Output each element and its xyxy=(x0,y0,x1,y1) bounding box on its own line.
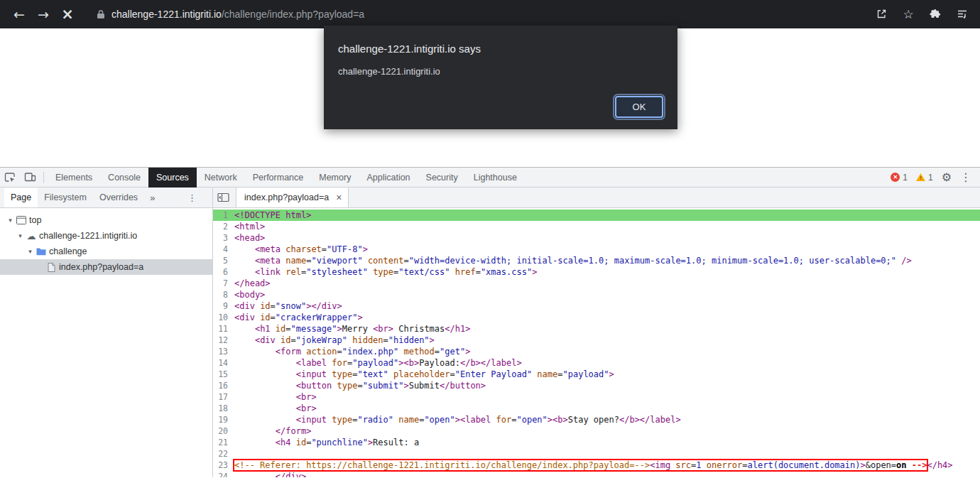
tree-item-index-php-payload-a[interactable]: index.php?payload=a xyxy=(0,259,212,275)
line-number[interactable]: 11 xyxy=(213,323,234,335)
code-text: <meta charset="UTF-8"> xyxy=(234,244,368,255)
line-number[interactable]: 5 xyxy=(213,255,234,266)
folder-icon xyxy=(35,247,48,256)
page-content: challenge-1221.intigriti.io says challen… xyxy=(0,28,980,167)
share-button[interactable] xyxy=(871,4,892,25)
code-text: <br> xyxy=(234,391,317,403)
code-text: <div id="snow"></div> xyxy=(234,300,342,312)
line-number[interactable]: 9 xyxy=(213,300,234,312)
file-navigator: ▾top▾☁challenge-1221.intigriti.io▾challe… xyxy=(0,208,213,477)
devtools-tab-security[interactable]: Security xyxy=(418,168,466,188)
code-text: <div id="jokeWrap" hidden="hidden"> xyxy=(234,335,435,346)
line-number[interactable]: 16 xyxy=(213,380,234,391)
code-line: 4 <meta charset="UTF-8"> xyxy=(213,244,980,255)
more-tabs-icon[interactable]: » xyxy=(144,192,160,203)
error-icon: ✕ xyxy=(891,173,900,182)
ok-button[interactable]: OK xyxy=(615,96,663,118)
line-number[interactable]: 6 xyxy=(213,266,234,278)
expander-caret-icon[interactable]: ▾ xyxy=(26,248,35,255)
line-number[interactable]: 14 xyxy=(213,357,234,369)
code-line: 16 <button type="submit">Submit</button> xyxy=(213,380,980,391)
devtools-tab-elements[interactable]: Elements xyxy=(48,168,100,188)
navigator-subtab-page[interactable]: Page xyxy=(4,188,38,207)
line-number[interactable]: 20 xyxy=(213,425,234,437)
line-number[interactable]: 2 xyxy=(213,221,234,232)
line-number[interactable]: 21 xyxy=(213,437,234,448)
navigator-subtabs: PageFilesystemOverrides xyxy=(4,188,144,207)
lock-icon xyxy=(97,9,105,19)
line-number[interactable]: 3 xyxy=(213,232,234,244)
settings-gear-icon[interactable]: ⚙ xyxy=(942,170,952,184)
line-number[interactable]: 1 xyxy=(213,210,234,221)
inspect-element-icon[interactable] xyxy=(0,168,20,187)
code-line: 21 <h4 id="punchline">Result: a xyxy=(213,437,980,448)
code-text: <div id="crackerWrapper"> xyxy=(234,312,363,323)
forward-button[interactable]: → xyxy=(31,2,55,26)
expander-caret-icon[interactable]: ▾ xyxy=(6,217,15,224)
extensions-puzzle-button[interactable] xyxy=(925,4,946,25)
code-line: 6 <link rel="stylesheet" type="text/css"… xyxy=(213,266,980,278)
code-line: 5 <meta name="viewport" content="width=d… xyxy=(213,255,980,266)
tree-item-label: index.php?payload=a xyxy=(59,262,143,272)
tree-item-challenge-1221-intigriti-io[interactable]: ▾☁challenge-1221.intigriti.io xyxy=(0,228,212,244)
source-editor[interactable]: 1<!DOCTYPE html>2<html>3<head>4 <meta ch… xyxy=(213,208,980,477)
code-line: 18 <br> xyxy=(213,403,980,414)
navigator-header: PageFilesystemOverrides » ⋮ xyxy=(0,188,213,207)
reading-list-button[interactable] xyxy=(952,4,973,25)
navigator-subtab-overrides[interactable]: Overrides xyxy=(93,188,144,207)
back-button[interactable]: ← xyxy=(7,2,31,26)
code-text: <label for="payload"><b>Payload:</b></la… xyxy=(234,357,522,369)
line-number[interactable]: 23 xyxy=(213,460,234,471)
code-text: <form action="index.php" method="get"> xyxy=(234,346,470,357)
line-number[interactable]: 8 xyxy=(213,289,234,300)
alert-dialog: challenge-1221.intigriti.io says challen… xyxy=(324,26,677,129)
line-number[interactable]: 24 xyxy=(213,471,234,477)
error-count: 1 xyxy=(903,173,908,183)
line-number[interactable]: 4 xyxy=(213,244,234,255)
devtools-tab-sources[interactable]: Sources xyxy=(148,168,197,188)
stop-loading-button[interactable]: × xyxy=(55,2,80,26)
bookmark-star-button[interactable]: ☆ xyxy=(898,4,919,25)
code-text: <link rel="stylesheet" type="text/css" h… xyxy=(234,266,537,278)
error-badge[interactable]: ✕ 1 xyxy=(891,173,908,183)
line-number[interactable]: 7 xyxy=(213,278,234,289)
file-tab-label: index.php?payload=a xyxy=(244,192,329,202)
code-line: 15 <input type="text" placeholder="Enter… xyxy=(213,369,980,380)
tree-item-challenge[interactable]: ▾challenge xyxy=(0,244,212,259)
address-bar[interactable]: challenge-1221.intigriti.io/challenge/in… xyxy=(89,4,861,24)
browser-toolbar: ← → × challenge-1221.intigriti.io/challe… xyxy=(0,0,980,28)
code-line: 14 <label for="payload"><b>Payload:</b><… xyxy=(213,357,980,369)
devtools-tab-memory[interactable]: Memory xyxy=(311,168,359,188)
line-number[interactable]: 18 xyxy=(213,403,234,414)
devtools-tab-console[interactable]: Console xyxy=(100,168,148,188)
line-number[interactable]: 12 xyxy=(213,335,234,346)
code-line: 2<html> xyxy=(213,221,980,232)
line-number[interactable]: 19 xyxy=(213,414,234,425)
navigator-subtab-filesystem[interactable]: Filesystem xyxy=(38,188,93,207)
line-number[interactable]: 17 xyxy=(213,391,234,403)
devtools-tab-application[interactable]: Application xyxy=(359,168,418,188)
devtools-tab-network[interactable]: Network xyxy=(197,168,245,188)
devtools-tab-performance[interactable]: Performance xyxy=(245,168,312,188)
expander-caret-icon[interactable]: ▾ xyxy=(16,232,25,239)
frame-icon xyxy=(15,216,28,224)
tree-item-label: challenge xyxy=(49,246,87,256)
line-number[interactable]: 15 xyxy=(213,369,234,380)
editor-file-tab[interactable]: index.php?payload=a × xyxy=(236,188,349,207)
url-host: challenge-1221.intigriti.io xyxy=(111,9,222,20)
close-tab-icon[interactable]: × xyxy=(336,192,342,203)
devtools-tab-lighthouse[interactable]: Lighthouse xyxy=(466,168,525,188)
line-number[interactable]: 10 xyxy=(213,312,234,323)
tree-item-top[interactable]: ▾top xyxy=(0,212,212,228)
devtools-second-row: PageFilesystemOverrides » ⋮ index.php?pa… xyxy=(0,188,980,208)
toggle-navigator-icon[interactable] xyxy=(213,188,233,207)
navigator-menu-kebab-icon[interactable]: ⋮ xyxy=(187,192,197,203)
devtools-menu-kebab-icon[interactable]: ⋮ xyxy=(960,170,971,184)
warning-count: 1 xyxy=(928,173,933,183)
line-number[interactable]: 13 xyxy=(213,346,234,357)
file-icon xyxy=(45,263,58,272)
code-line: 20 </form> xyxy=(213,425,980,437)
line-number[interactable]: 22 xyxy=(213,448,234,460)
device-toolbar-icon[interactable] xyxy=(20,168,40,187)
warning-badge[interactable]: ! 1 xyxy=(916,173,933,183)
